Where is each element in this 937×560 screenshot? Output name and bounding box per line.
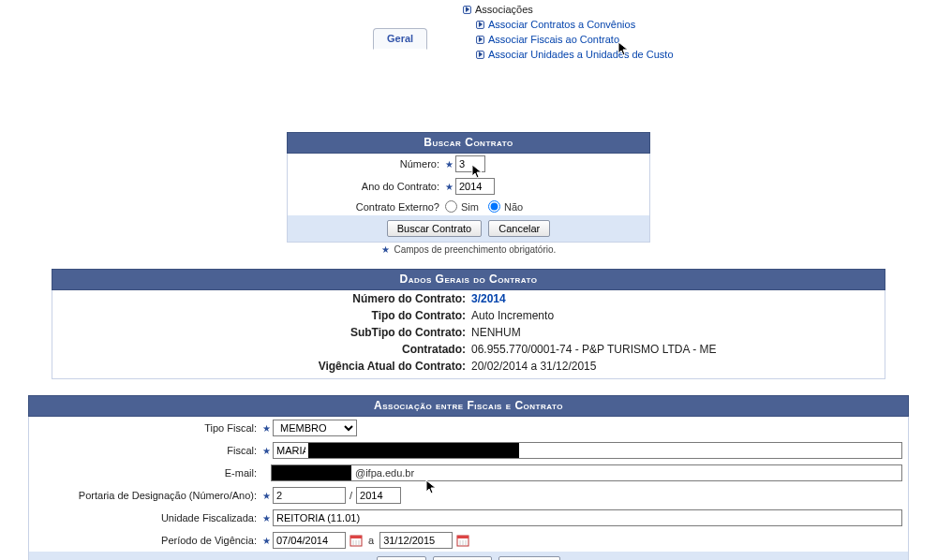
radio-sim-label: Sim	[461, 201, 479, 213]
required-star-icon: ★	[445, 182, 454, 192]
tab-geral[interactable]: Geral	[373, 28, 427, 50]
k-tipo: Tipo do Contrato:	[60, 309, 471, 322]
label-tipo-fiscal: Tipo Fiscal:	[35, 422, 262, 434]
arrow-box-icon	[476, 36, 484, 44]
cursor-icon	[425, 479, 439, 498]
fiscal-redacted	[308, 442, 519, 459]
email-domain: @ifpa.edu.br	[355, 467, 414, 479]
radio-sim[interactable]	[445, 200, 457, 213]
nav-link[interactable]: Associar Unidades a Unidades de Custo	[488, 47, 674, 62]
section-title-assoc: Associação entre Fiscais e Contrato	[28, 395, 909, 417]
top-nav: Associações Associar Contratos a Convêni…	[0, 0, 937, 62]
svg-rect-6	[457, 536, 468, 538]
k-numero: Número do Contrato:	[60, 292, 471, 305]
unidade-input[interactable]	[273, 509, 902, 526]
k-subtipo: SubTipo do Contrato:	[60, 326, 471, 339]
v-vigencia: 20/02/2014 a 31/12/2015	[471, 360, 596, 373]
nav-item-contratos-convenios[interactable]: Associar Contratos a Convênios	[476, 17, 937, 32]
periodo-ini-input[interactable]	[273, 532, 346, 549]
fiscal-input-rest[interactable]	[519, 442, 902, 459]
nav-item-unidades-custo[interactable]: Associar Unidades a Unidades de Custo	[476, 47, 937, 62]
calendar-icon[interactable]	[350, 534, 363, 547]
nav-parent-associacoes: Associações	[463, 2, 937, 17]
voltar-button[interactable]: <<Voltar	[433, 556, 492, 560]
required-star-icon: ★	[262, 446, 271, 456]
fiscal-input-prefix[interactable]	[273, 442, 308, 459]
label-externo: Contrato Externo?	[288, 201, 445, 213]
v-tipo: Auto Incremento	[471, 309, 554, 322]
tipo-fiscal-select[interactable]: MEMBRO	[273, 420, 357, 436]
portaria-numero-input[interactable]	[273, 487, 346, 504]
panel-dados-gerais: Dados Gerais do Contrato Número do Contr…	[52, 269, 885, 379]
radio-nao-wrap[interactable]: Não	[488, 200, 523, 213]
slash-sep: /	[350, 490, 352, 501]
panel-buscar-contrato: Buscar Contrato Número: ★ Ano do Contrat…	[287, 132, 650, 243]
search-actions: Buscar Contrato Cancelar	[288, 215, 649, 242]
required-star-icon: ★	[262, 491, 271, 501]
nav-label: Associações	[475, 2, 533, 17]
label-periodo: Período de Vigência:	[35, 535, 262, 546]
nav-item-fiscais-contrato[interactable]: Associar Fiscais ao Contrato	[476, 32, 937, 47]
label-portaria: Portaria de Designação (Número/Ano):	[35, 490, 262, 501]
radio-nao[interactable]	[488, 200, 500, 213]
section-title-buscar: Buscar Contrato	[287, 132, 650, 154]
required-star-icon: ★	[381, 244, 390, 255]
mandatory-hint: ★ Campos de preenchimento obrigatório.	[0, 243, 937, 260]
cursor-icon	[617, 41, 631, 60]
k-vigencia: Vigência Atual do Contrato:	[60, 360, 471, 373]
required-star-icon: ★	[445, 159, 454, 169]
nav-link[interactable]: Associar Fiscais ao Contrato	[488, 32, 619, 47]
required-star-icon: ★	[262, 513, 271, 523]
cursor-icon	[471, 164, 484, 183]
section-title-dados: Dados Gerais do Contrato	[52, 269, 885, 290]
radio-nao-label: Não	[504, 201, 523, 213]
cancelar-button[interactable]: Cancelar	[488, 220, 550, 237]
v-subtipo: NENHUM	[471, 326, 521, 339]
arrow-box-icon	[476, 21, 484, 29]
label-email: E-mail:	[35, 467, 262, 479]
v-numero[interactable]: 3/2014	[471, 292, 506, 305]
buscar-contrato-button[interactable]: Buscar Contrato	[387, 220, 482, 237]
panel-associacao: Associação entre Fiscais e Contrato Tipo…	[28, 395, 909, 560]
assoc-actions: Inserir <<Voltar Cancelar	[29, 552, 908, 560]
cancelar-button[interactable]: Cancelar	[498, 556, 560, 560]
nav-link[interactable]: Associar Contratos a Convênios	[488, 17, 635, 32]
label-ano: Ano do Contrato:	[288, 181, 445, 192]
periodo-fim-input[interactable]	[379, 532, 453, 549]
arrow-box-icon	[463, 6, 471, 14]
label-numero: Número:	[288, 158, 445, 169]
inserir-button[interactable]: Inserir	[377, 556, 426, 560]
k-contratado: Contratado:	[60, 343, 471, 356]
portaria-ano-input[interactable]	[356, 487, 401, 504]
arrow-box-icon	[476, 51, 484, 59]
calendar-icon[interactable]	[456, 534, 469, 547]
svg-rect-1	[350, 536, 362, 538]
required-star-icon: ★	[262, 423, 271, 434]
radio-sim-wrap[interactable]: Sim	[445, 200, 479, 213]
required-star-icon: ★	[262, 536, 271, 546]
label-unidade: Unidade Fiscalizada:	[35, 512, 262, 523]
email-redacted	[271, 464, 351, 481]
v-contratado: 06.955.770/0001-74 - P&P TURISMO LTDA - …	[471, 343, 716, 356]
label-fiscal: Fiscal:	[35, 445, 262, 456]
periodo-sep: a	[368, 535, 374, 546]
